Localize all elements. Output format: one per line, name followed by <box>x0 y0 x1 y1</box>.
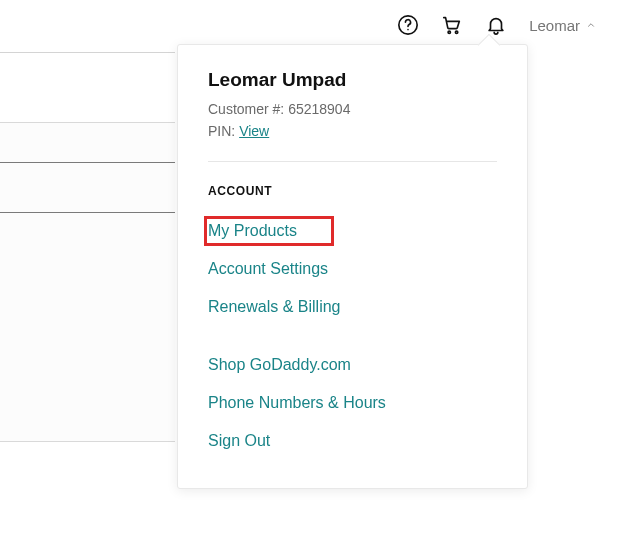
menu-item-phone-hours[interactable]: Phone Numbers & Hours <box>178 384 527 422</box>
cart-icon[interactable] <box>441 14 463 36</box>
menu-gap <box>178 326 527 346</box>
menu-item-account-settings[interactable]: Account Settings <box>178 250 527 288</box>
menu-item-sign-out[interactable]: Sign Out <box>178 422 527 460</box>
menu-item-label: Sign Out <box>208 432 270 449</box>
menu-item-label: Account Settings <box>208 260 328 277</box>
help-icon[interactable] <box>397 14 419 36</box>
menu-item-label: Renewals & Billing <box>208 298 341 315</box>
svg-point-1 <box>407 29 409 31</box>
account-heading: ACCOUNT <box>208 184 527 198</box>
menu-item-renewals-billing[interactable]: Renewals & Billing <box>178 288 527 326</box>
background-line <box>0 162 175 163</box>
pin-row: PIN: View <box>208 123 497 139</box>
user-dropdown: Leomar Umpad Customer #: 65218904 PIN: V… <box>177 44 528 489</box>
svg-point-3 <box>456 31 458 33</box>
pin-view-link[interactable]: View <box>239 123 269 139</box>
pin-label: PIN: <box>208 123 235 139</box>
menu-item-label: Shop GoDaddy.com <box>208 356 351 373</box>
background-line <box>0 52 175 53</box>
svg-point-2 <box>448 31 450 33</box>
dropdown-divider <box>208 161 497 162</box>
topbar: Leomar <box>0 0 620 50</box>
menu-item-label: My Products <box>208 222 297 239</box>
dropdown-user-name: Leomar Umpad <box>208 69 497 91</box>
customer-number: 65218904 <box>288 101 350 117</box>
customer-label: Customer #: <box>208 101 284 117</box>
menu-item-label: Phone Numbers & Hours <box>208 394 386 411</box>
user-display-name: Leomar <box>529 17 580 34</box>
user-menu-trigger[interactable]: Leomar <box>529 17 596 34</box>
account-menu: My Products Account Settings Renewals & … <box>178 212 527 460</box>
background-line <box>0 212 175 213</box>
customer-number-row: Customer #: 65218904 <box>208 101 497 117</box>
chevron-up-icon <box>586 20 596 30</box>
background-panel <box>0 122 175 442</box>
menu-item-my-products[interactable]: My Products <box>178 212 527 250</box>
menu-item-shop[interactable]: Shop GoDaddy.com <box>178 346 527 384</box>
